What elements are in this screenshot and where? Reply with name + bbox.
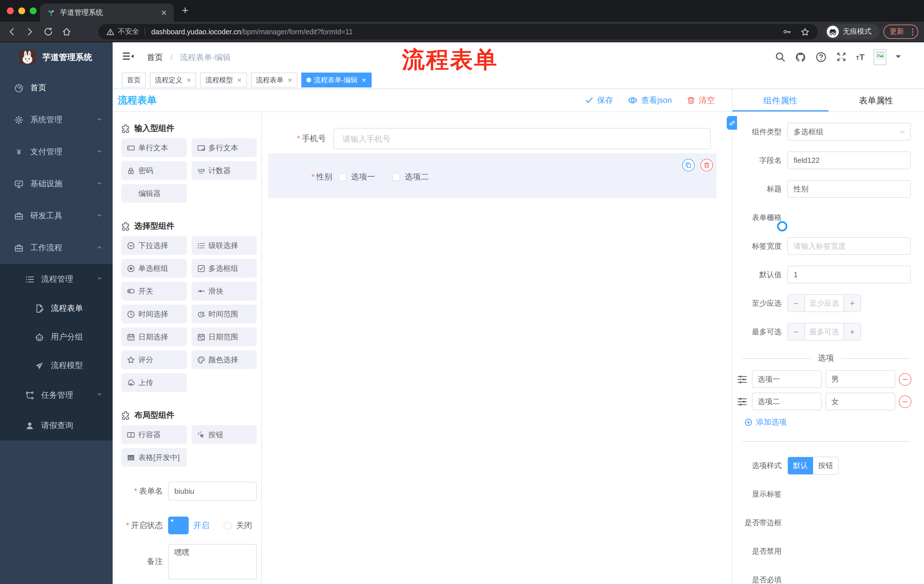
palette-item-日期选择[interactable]: 日期选择	[121, 327, 187, 346]
delete-component-button[interactable]	[700, 159, 713, 171]
app-logo[interactable]: 芋道管理系统	[0, 42, 113, 72]
link-tab[interactable]	[727, 116, 737, 130]
checkbox[interactable]	[338, 173, 346, 181]
tab-form-props[interactable]: 表单属性	[828, 89, 924, 112]
breadcrumb-home[interactable]: 首页	[147, 53, 163, 62]
clear-button[interactable]: 清空	[687, 95, 715, 105]
sidebar-item-首页[interactable]: 首页	[0, 72, 113, 104]
palette-item-按钮[interactable]: 按钮	[191, 425, 257, 444]
option-value-input[interactable]	[826, 370, 895, 388]
browser-update-button[interactable]: 更新	[883, 25, 918, 39]
palette-item-计数器[interactable]: 123计数器	[191, 161, 257, 180]
palette-item-日期范围[interactable]: 日期范围	[191, 327, 257, 346]
tab-close-icon[interactable]: ✕	[161, 8, 167, 17]
option-style-默认[interactable]: 默认	[788, 457, 813, 474]
tag-close-icon[interactable]: ✕	[361, 77, 366, 83]
palette-item-时间范围[interactable]: 时间范围	[191, 304, 257, 323]
minimize-window-button[interactable]	[18, 7, 25, 14]
palette-item-开关[interactable]: 开关	[121, 282, 187, 301]
palette-item-多选框组[interactable]: 多选框组	[191, 259, 257, 278]
palette-item-单行文本[interactable]: 单行文本	[121, 138, 187, 157]
palette-item-级联选择[interactable]: 级联选择	[191, 236, 257, 255]
sidebar-item-基础设施[interactable]: 基础设施	[0, 168, 113, 200]
stepper-decrease-button[interactable]: −	[788, 323, 805, 340]
max-select-stepper[interactable]: − 最多可选 +	[787, 323, 861, 341]
form-name-input[interactable]	[168, 482, 257, 500]
gender-option-选项一[interactable]: 选项一	[338, 172, 375, 182]
tab-component-props[interactable]: 组件属性	[733, 89, 828, 112]
default-value-input[interactable]	[787, 266, 911, 283]
view-json-button[interactable]: 查看json	[628, 95, 672, 105]
palette-item-表格[开发中][interactable]: 表格[开发中]	[121, 448, 187, 467]
label-width-input[interactable]	[787, 237, 911, 255]
palette-item-单选框组[interactable]: 单选框组	[121, 259, 187, 278]
avatar[interactable]	[874, 49, 886, 65]
title-input[interactable]	[787, 180, 911, 198]
option-label-input[interactable]	[752, 370, 822, 388]
palette-item-评分[interactable]: 评分	[121, 350, 187, 369]
remove-option-button[interactable]	[899, 395, 911, 408]
sidebar-item-流程管理[interactable]: 流程管理	[0, 264, 113, 294]
macos-window-controls[interactable]	[7, 7, 36, 14]
sidebar-item-支付管理[interactable]: ¥支付管理	[0, 136, 113, 168]
palette-item-颜色选择[interactable]: 颜色选择	[191, 350, 257, 369]
option-value-input[interactable]	[826, 393, 895, 410]
bookmark-star-icon[interactable]	[800, 27, 810, 36]
palette-item-编辑器[interactable]: 编辑器	[121, 184, 187, 203]
add-option-button[interactable]: 添加选项	[744, 417, 911, 428]
browser-tab[interactable]: 芋道管理系统 ✕	[40, 3, 174, 22]
tag-close-icon[interactable]: ✕	[288, 77, 292, 83]
save-button[interactable]: 保存	[585, 95, 613, 105]
palette-item-行容器[interactable]: 行容器	[121, 425, 187, 444]
stepper-increase-button[interactable]: +	[843, 295, 861, 311]
sidebar-item-流程表单[interactable]: 流程表单	[0, 294, 113, 323]
sidebar-item-任务管理[interactable]: 任务管理	[0, 380, 113, 410]
tag-流程表单[interactable]: 流程表单✕	[251, 72, 298, 87]
palette-item-多行文本[interactable]: 多行文本	[191, 138, 257, 157]
gender-option-选项二[interactable]: 选项二	[392, 172, 429, 182]
tag-流程模型[interactable]: 流程模型✕	[200, 72, 247, 87]
address-bar[interactable]: 不安全 dashboard.yudao.iocoder.cn/bpm/manag…	[98, 24, 818, 39]
tag-close-icon[interactable]: ✕	[237, 77, 242, 83]
sidebar-item-流程模型[interactable]: 流程模型	[0, 351, 113, 380]
min-select-stepper[interactable]: − 至少应选 +	[787, 294, 861, 312]
search-icon[interactable]	[774, 51, 785, 62]
sidebar-item-请假查询[interactable]: 请假查询	[0, 410, 113, 441]
slider-handle[interactable]	[777, 221, 787, 231]
chevron-down-icon[interactable]	[895, 55, 901, 59]
password-key-icon[interactable]	[783, 28, 791, 36]
hamburger-icon[interactable]	[123, 51, 134, 61]
tag-close-icon[interactable]: ✕	[186, 77, 191, 83]
close-window-button[interactable]	[7, 7, 14, 14]
tag-首页[interactable]: 首页	[122, 72, 146, 87]
option-style-按钮[interactable]: 按钮	[813, 457, 838, 474]
phone-input[interactable]	[333, 128, 711, 149]
selected-component-gender[interactable]: *性别 选项一选项二	[268, 153, 716, 198]
zoom-window-button[interactable]	[30, 7, 36, 14]
drag-handle-icon[interactable]	[737, 396, 747, 406]
palette-item-上传[interactable]: 上传	[121, 373, 187, 392]
copy-component-button[interactable]	[682, 159, 695, 171]
checkbox[interactable]	[392, 173, 400, 181]
status-off-radio[interactable]	[224, 521, 231, 530]
new-tab-button[interactable]: +	[182, 4, 188, 17]
font-size-icon[interactable]: TT	[856, 52, 865, 62]
stepper-decrease-button[interactable]: −	[788, 295, 805, 311]
palette-item-滑块[interactable]: 滑块	[191, 282, 257, 301]
home-icon[interactable]	[62, 27, 71, 36]
field-name-input[interactable]	[787, 151, 911, 169]
component-type-select[interactable]: 多选框组	[787, 123, 911, 141]
drag-handle-icon[interactable]	[737, 374, 747, 384]
kebab-menu-icon[interactable]	[911, 28, 914, 36]
sidebar-item-工作流程[interactable]: 工作流程	[0, 232, 113, 264]
palette-item-时间选择[interactable]: 时间选择	[121, 304, 187, 323]
remove-option-button[interactable]	[899, 373, 911, 385]
sidebar-item-用户分组[interactable]: 用户分组	[0, 323, 113, 351]
remark-textarea[interactable]: 嘿嘿	[168, 544, 257, 579]
option-label-input[interactable]	[752, 393, 822, 410]
help-icon[interactable]	[815, 51, 827, 63]
sidebar-item-系统管理[interactable]: 系统管理	[0, 104, 113, 136]
back-icon[interactable]	[7, 27, 16, 36]
tag-流程表单-编辑[interactable]: 流程表单-编辑✕	[301, 72, 371, 87]
forward-icon[interactable]	[25, 27, 35, 36]
